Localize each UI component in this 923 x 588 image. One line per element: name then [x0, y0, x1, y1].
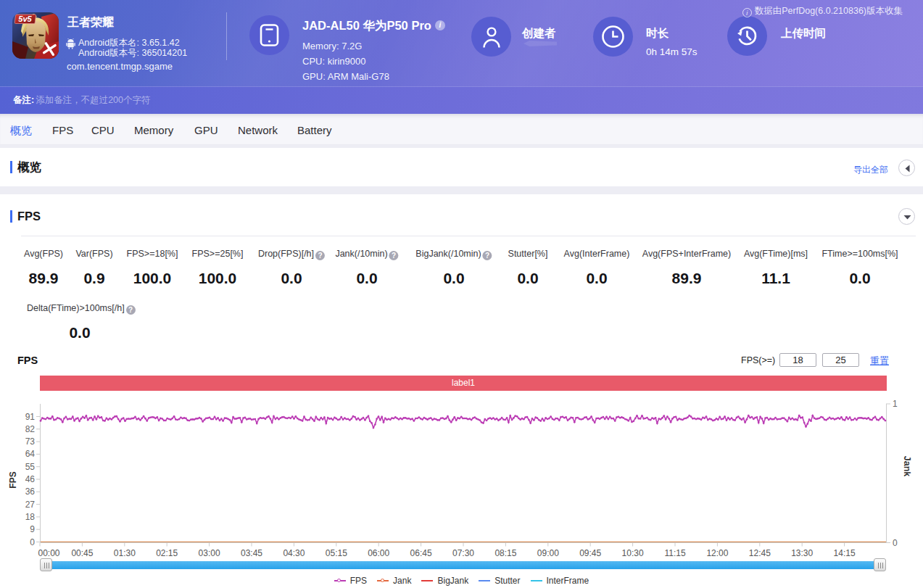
- svg-text:00:00: 00:00: [38, 548, 59, 558]
- svg-text:03:45: 03:45: [241, 548, 262, 558]
- svg-text:06:00: 06:00: [368, 548, 389, 558]
- svg-text:Jank: Jank: [902, 456, 912, 477]
- svg-text:12:00: 12:00: [706, 548, 728, 558]
- svg-text:82: 82: [25, 424, 36, 434]
- svg-text:1: 1: [893, 399, 898, 409]
- svg-text:0: 0: [30, 537, 35, 547]
- svg-text:13:30: 13:30: [791, 548, 813, 558]
- svg-text:9: 9: [30, 524, 35, 534]
- svg-text:12:45: 12:45: [749, 548, 771, 558]
- svg-text:18: 18: [25, 512, 36, 522]
- svg-text:04:30: 04:30: [283, 548, 305, 558]
- svg-text:10:30: 10:30: [622, 548, 644, 558]
- svg-text:00:45: 00:45: [71, 548, 93, 558]
- svg-text:36: 36: [25, 486, 36, 497]
- svg-text:91: 91: [25, 412, 36, 422]
- svg-text:01:30: 01:30: [114, 548, 136, 558]
- svg-text:03:00: 03:00: [199, 548, 220, 558]
- svg-text:0: 0: [893, 538, 898, 548]
- svg-text:06:45: 06:45: [410, 548, 432, 558]
- svg-text:09:00: 09:00: [537, 548, 559, 558]
- svg-text:09:45: 09:45: [579, 548, 601, 558]
- svg-text:46: 46: [25, 474, 36, 484]
- svg-text:FPS: FPS: [8, 471, 18, 488]
- svg-text:07:30: 07:30: [452, 548, 474, 558]
- svg-text:5v5: 5v5: [18, 15, 32, 23]
- svg-text:14:15: 14:15: [834, 548, 856, 558]
- svg-text:27: 27: [25, 500, 36, 510]
- svg-text:08:15: 08:15: [494, 548, 516, 558]
- svg-text:73: 73: [25, 436, 36, 447]
- svg-text:55: 55: [25, 462, 36, 472]
- svg-text:11:15: 11:15: [664, 548, 685, 558]
- svg-text:05:15: 05:15: [326, 548, 347, 558]
- svg-text:64: 64: [25, 449, 36, 459]
- svg-text:02:15: 02:15: [156, 548, 178, 558]
